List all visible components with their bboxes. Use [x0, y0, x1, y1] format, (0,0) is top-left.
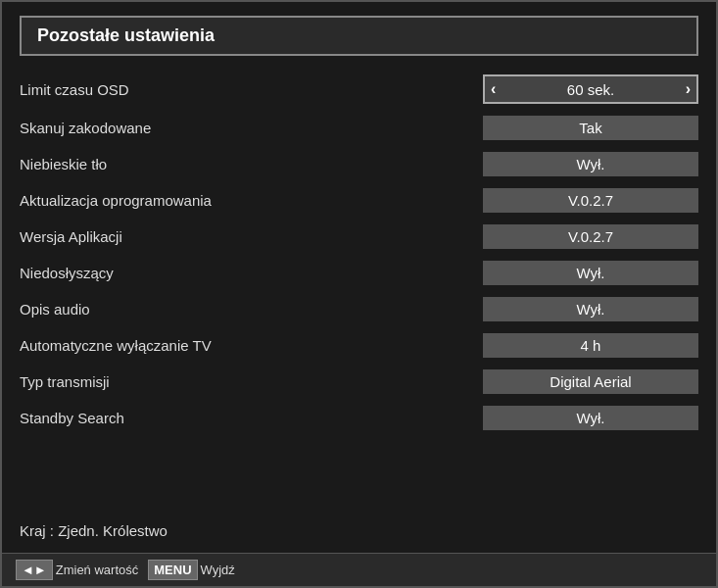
- country-label: Kraj : Zjedn. Królestwo: [20, 522, 168, 539]
- setting-value-text: Tak: [483, 116, 698, 140]
- setting-value-text: V.0.2.7: [483, 188, 698, 213]
- settings-list: Limit czasu OSD‹60 sek.›Skanuj zakodowan…: [20, 70, 698, 513]
- bottom-bar: ◄► Zmień wartość MENU Wyjdź: [2, 553, 716, 586]
- setting-label: Skanuj zakodowane: [20, 120, 483, 136]
- setting-value-text: 4 h: [483, 333, 698, 358]
- setting-row: Wersja AplikacjiV.0.2.7: [20, 220, 698, 254]
- nav-change-value: ◄► Zmień wartość: [16, 560, 138, 580]
- setting-label: Niedosłyszący: [20, 265, 483, 281]
- setting-value-text: Wył.: [483, 261, 698, 285]
- country-footer: Kraj : Zjedn. Królestwo: [20, 513, 698, 545]
- main-window: Pozostałe ustawienia Limit czasu OSD‹60 …: [0, 0, 718, 588]
- nav-menu: MENU Wyjdź: [148, 560, 235, 580]
- setting-row: Standby SearchWył.: [20, 401, 698, 435]
- setting-label: Wersja Aplikacji: [20, 228, 483, 245]
- setting-row: Typ transmisjiDigital Aerial: [20, 365, 698, 399]
- content-area: Limit czasu OSD‹60 sek.›Skanuj zakodowan…: [2, 56, 716, 553]
- page-title: Pozostałe ustawienia: [37, 25, 681, 46]
- setting-value-text: V.0.2.7: [483, 224, 698, 249]
- setting-row: Automatyczne wyłączanie TV4 h: [20, 328, 698, 363]
- setting-label: Limit czasu OSD: [20, 81, 483, 98]
- setting-row: Skanuj zakodowaneTak: [20, 111, 698, 145]
- nav-arrows-icon[interactable]: ◄►: [16, 560, 53, 580]
- menu-icon[interactable]: MENU: [148, 560, 197, 580]
- setting-label: Automatyczne wyłączanie TV: [20, 337, 483, 354]
- right-arrow-icon[interactable]: ›: [686, 80, 691, 98]
- setting-label: Opis audio: [20, 301, 483, 318]
- setting-label: Aktualizacja oprogramowania: [20, 192, 483, 209]
- setting-value-text: Wył.: [483, 152, 698, 176]
- setting-value-text: 60 sek.: [496, 81, 685, 98]
- setting-value-text: Wył.: [483, 297, 698, 321]
- setting-value-with-arrows[interactable]: ‹60 sek.›: [483, 74, 698, 104]
- nav-change-label: Zmień wartość: [56, 563, 139, 577]
- setting-row: Niebieskie tłoWył.: [20, 147, 698, 181]
- setting-value-text: Digital Aerial: [483, 369, 698, 394]
- setting-row: NiedosłyszącyWył.: [20, 256, 698, 290]
- setting-label: Standby Search: [20, 410, 483, 426]
- setting-label: Niebieskie tło: [20, 156, 483, 172]
- setting-row: Aktualizacja oprogramowaniaV.0.2.7: [20, 183, 698, 218]
- setting-value-text: Wył.: [483, 406, 698, 430]
- setting-row: Limit czasu OSD‹60 sek.›: [20, 70, 698, 109]
- title-bar: Pozostałe ustawienia: [20, 16, 698, 56]
- setting-row: Opis audioWył.: [20, 292, 698, 326]
- menu-exit-label: Wyjdź: [201, 563, 235, 577]
- setting-label: Typ transmisji: [20, 373, 483, 390]
